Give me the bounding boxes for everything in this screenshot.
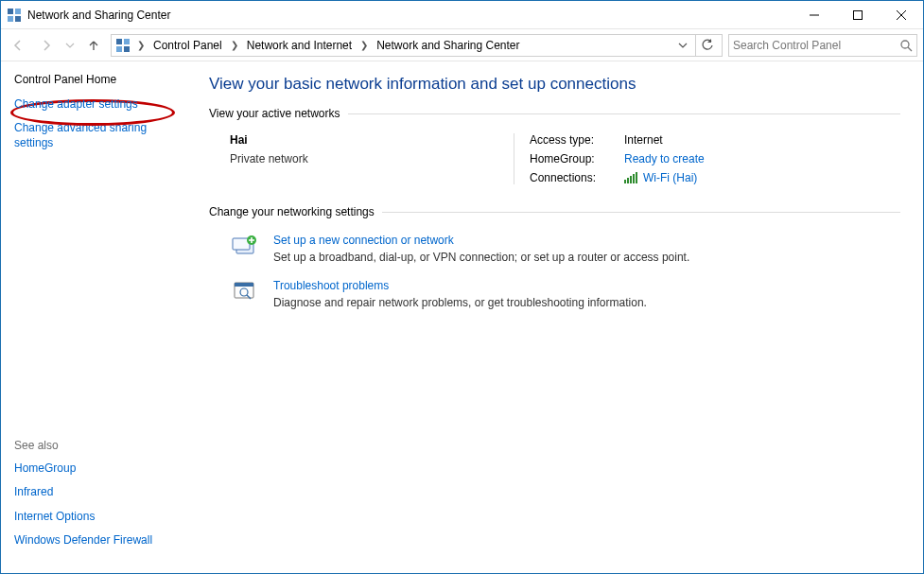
active-network-row: Hai Private network Access type: Interne… bbox=[209, 130, 900, 201]
connection-link[interactable]: Wi-Fi (Hai) bbox=[643, 171, 697, 184]
breadcrumb-item[interactable]: Network and Sharing Center bbox=[375, 37, 521, 54]
network-type: Private network bbox=[230, 152, 514, 165]
search-input[interactable]: Search Control Panel bbox=[728, 34, 917, 57]
chevron-right-icon[interactable]: ❯ bbox=[228, 40, 241, 50]
breadcrumb-icon bbox=[115, 38, 131, 53]
search-placeholder: Search Control Panel bbox=[733, 39, 841, 52]
task-setup-connection: Set up a new connection or network Set u… bbox=[209, 228, 900, 273]
setup-connection-icon bbox=[230, 234, 260, 260]
task-setup-connection-link[interactable]: Set up a new connection or network bbox=[273, 234, 689, 247]
nav-recent-dropdown[interactable] bbox=[63, 34, 77, 57]
svg-rect-16 bbox=[630, 176, 632, 183]
task-setup-connection-desc: Set up a broadband, dial-up, or VPN conn… bbox=[273, 251, 689, 264]
sidebar-change-adapter-link[interactable]: Change adapter settings bbox=[14, 97, 177, 113]
main-content: View your basic network information and … bbox=[190, 61, 923, 573]
sidebar-home-link[interactable]: Control Panel Home bbox=[14, 73, 177, 88]
page-heading: View your basic network information and … bbox=[209, 75, 900, 94]
nav-forward-button[interactable] bbox=[35, 34, 58, 57]
connections-label: Connections: bbox=[530, 171, 624, 184]
svg-rect-11 bbox=[124, 46, 130, 52]
navbar: ❯ Control Panel ❯ Network and Internet ❯… bbox=[1, 29, 923, 61]
svg-rect-5 bbox=[854, 11, 863, 20]
breadcrumb-history-dropdown[interactable] bbox=[674, 37, 691, 54]
section-change-settings: Change your networking settings bbox=[209, 205, 900, 218]
task-troubleshoot-desc: Diagnose and repair network problems, or… bbox=[273, 296, 647, 309]
breadcrumb-item[interactable]: Network and Internet bbox=[245, 37, 354, 54]
svg-line-13 bbox=[908, 47, 912, 51]
breadcrumb[interactable]: ❯ Control Panel ❯ Network and Internet ❯… bbox=[111, 34, 723, 57]
nav-up-button[interactable] bbox=[82, 34, 105, 57]
window-title: Network and Sharing Center bbox=[27, 9, 170, 22]
divider bbox=[348, 113, 900, 114]
app-icon bbox=[7, 8, 22, 23]
section-label: View your active networks bbox=[209, 107, 340, 120]
see-also-internet-options[interactable]: Internet Options bbox=[14, 510, 177, 525]
divider bbox=[382, 212, 900, 213]
wifi-signal-icon bbox=[624, 172, 637, 183]
svg-rect-1 bbox=[15, 9, 21, 14]
minimize-button[interactable] bbox=[793, 1, 836, 29]
svg-rect-17 bbox=[633, 174, 635, 183]
svg-rect-8 bbox=[116, 39, 122, 44]
window-controls bbox=[793, 1, 923, 28]
see-also-label: See also bbox=[14, 439, 177, 452]
access-type-label: Access type: bbox=[530, 133, 624, 147]
svg-rect-3 bbox=[15, 16, 21, 22]
homegroup-label: HomeGroup: bbox=[530, 152, 624, 165]
nav-back-button[interactable] bbox=[7, 34, 29, 57]
svg-point-12 bbox=[901, 41, 909, 48]
chevron-right-icon[interactable]: ❯ bbox=[357, 40, 371, 50]
task-troubleshoot: Troubleshoot problems Diagnose and repai… bbox=[209, 273, 900, 319]
see-also-homegroup[interactable]: HomeGroup bbox=[14, 461, 177, 477]
svg-rect-9 bbox=[124, 39, 130, 44]
see-also-firewall[interactable]: Windows Defender Firewall bbox=[14, 533, 177, 548]
breadcrumb-item[interactable]: Control Panel bbox=[151, 37, 224, 54]
svg-rect-2 bbox=[8, 16, 13, 22]
access-type-value: Internet bbox=[624, 133, 705, 147]
svg-rect-23 bbox=[235, 283, 253, 287]
network-name: Hai bbox=[230, 133, 514, 147]
task-troubleshoot-link[interactable]: Troubleshoot problems bbox=[273, 279, 647, 292]
see-also-infrared[interactable]: Infrared bbox=[14, 485, 177, 500]
section-active-networks: View your active networks bbox=[209, 107, 900, 120]
homegroup-link[interactable]: Ready to create bbox=[624, 152, 705, 165]
troubleshoot-icon bbox=[230, 279, 260, 305]
maximize-button[interactable] bbox=[836, 1, 880, 29]
refresh-button[interactable] bbox=[695, 35, 718, 56]
search-icon bbox=[899, 39, 913, 52]
svg-rect-15 bbox=[627, 178, 629, 183]
sidebar: Control Panel Home Change adapter settin… bbox=[1, 61, 190, 573]
svg-rect-14 bbox=[624, 180, 626, 183]
svg-rect-18 bbox=[636, 172, 637, 183]
sidebar-advanced-sharing-link[interactable]: Change advanced sharing settings bbox=[14, 121, 177, 150]
close-button[interactable] bbox=[880, 1, 923, 29]
chevron-right-icon[interactable]: ❯ bbox=[134, 40, 148, 50]
titlebar: Network and Sharing Center bbox=[1, 1, 923, 29]
svg-rect-10 bbox=[116, 46, 122, 52]
section-label: Change your networking settings bbox=[209, 205, 375, 218]
svg-rect-0 bbox=[8, 9, 13, 14]
